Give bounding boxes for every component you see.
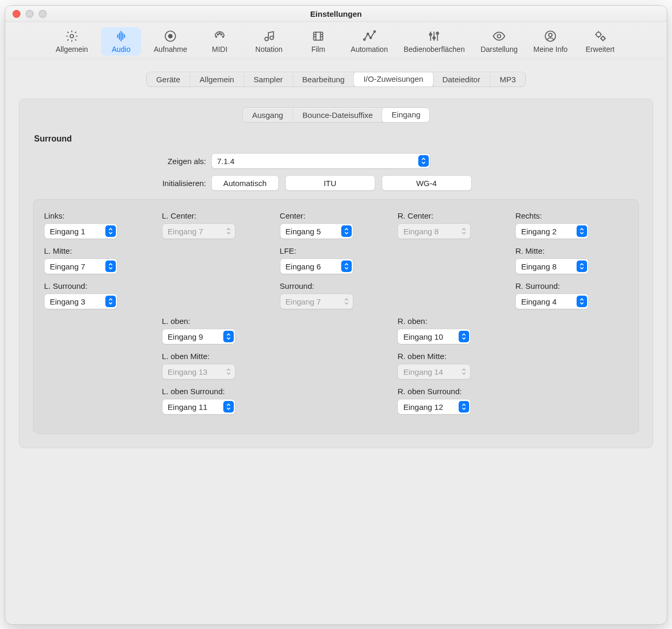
channel-select[interactable]: Eingang 7 [44,258,117,274]
tab-io-zuweisungen[interactable]: I/O-Zuweisungen [354,72,433,87]
preferences-window: Einstellungen Allgemein Audio Aufnahme M… [5,5,667,625]
channel-value: Eingang 7 [50,262,85,271]
channel-select[interactable]: Eingang 12 [397,399,471,415]
channel-cell: L. oben Surround:Eingang 11 [162,387,275,415]
channel-select[interactable]: Eingang 11 [162,399,235,415]
tab-ausgang[interactable]: Ausgang [243,108,293,122]
channel-cell: R. Mitte:Eingang 8 [515,246,628,274]
toolbar-item-aufnahme[interactable]: Aufnahme [150,27,190,56]
svg-point-14 [374,31,375,32]
channel-cell: R. oben Surround:Eingang 12 [397,387,510,415]
chevron-up-down-icon [341,261,352,272]
toolbar-item-midi[interactable]: MIDI [200,27,240,56]
tab-dateieditor[interactable]: Dateieditor [433,72,491,86]
channel-select[interactable]: Eingang 4 [515,294,589,309]
toolbar-item-film[interactable]: Film [298,27,338,56]
channel-label: R. oben Surround: [397,387,510,396]
tab-eingang[interactable]: Eingang [382,107,430,123]
show-as-row: Zeigen als: 7.1.4 [33,153,639,169]
channel-cell: L. oben Mitte:Eingang 13 [162,352,275,379]
init-button-auto[interactable]: Automatisch [211,175,279,191]
svg-point-8 [265,37,269,41]
toolbar-item-audio[interactable]: Audio [101,27,141,56]
channel-value: Eingang 8 [403,227,439,236]
channel-label: R. Surround: [515,281,628,290]
chevron-up-down-icon [223,225,234,237]
toolbar-label: Meine Info [534,45,568,53]
channel-select[interactable]: Eingang 1 [44,223,117,239]
chevron-up-down-icon [459,225,469,237]
tab-bounce[interactable]: Bounce-Dateisuffixe [293,108,383,122]
channel-cell: LFE:Eingang 6 [280,246,393,274]
init-button-wg4[interactable]: WG-4 [382,175,472,191]
svg-point-7 [219,33,220,34]
init-row: Initialisieren: Automatisch ITU WG-4 [33,175,639,191]
channel-value: Eingang 7 [168,227,203,236]
tab-bearbeitung[interactable]: Bearbeitung [293,72,355,86]
toolbar-label: Audio [112,45,131,53]
toolbar-item-notation[interactable]: Notation [249,27,289,56]
show-as-select[interactable]: 7.1.4 [211,153,430,169]
tab-allgemein[interactable]: Allgemein [190,72,244,86]
chevron-up-down-icon [105,261,116,272]
channel-value: Eingang 6 [286,262,321,271]
svg-point-20 [549,34,552,37]
toolbar-item-automation[interactable]: Automation [348,27,391,56]
channel-cell: L. Center:Eingang 7 [162,211,275,239]
channel-select: Eingang 8 [397,223,471,239]
toolbar-label: Bedienoberflächen [404,45,465,53]
tab-mp3[interactable]: MP3 [490,72,525,86]
toolbar-label: Erweitert [586,45,614,53]
channel-value: Eingang 4 [521,297,557,306]
toolbar-item-meineinfo[interactable]: Meine Info [530,27,571,56]
chevron-up-down-icon [341,296,352,307]
channel-select[interactable]: Eingang 6 [280,258,353,274]
init-button-itu[interactable]: ITU [285,175,375,191]
toolbar-label: Film [311,45,325,53]
channel-value: Eingang 1 [50,227,85,236]
audio-subtabs: Geräte Allgemein Sampler Bearbeitung I/O… [146,72,526,87]
init-label: Initialisieren: [33,179,206,188]
titlebar: Einstellungen [5,6,667,22]
channel-value: Eingang 3 [50,297,85,306]
toolbar-item-allgemein[interactable]: Allgemein [52,27,92,56]
channel-grid-panel: Links:Eingang 1L. Center:Eingang 7Center… [33,199,639,434]
tab-sampler[interactable]: Sampler [244,72,293,86]
channel-select[interactable]: Eingang 5 [280,223,353,239]
toolbar-label: Notation [255,45,283,53]
gear-icon [65,29,79,43]
chevron-up-down-icon [223,331,234,342]
channel-grid: Links:Eingang 1L. Center:Eingang 7Center… [44,211,628,422]
automation-icon [363,29,376,43]
channel-select[interactable]: Eingang 8 [515,258,589,274]
chevron-up-down-icon [459,331,469,342]
toolbar-item-erweitert[interactable]: Erweitert [580,27,620,56]
toolbar-item-bedien[interactable]: Bedienoberflächen [400,27,468,56]
channel-select[interactable]: Eingang 2 [515,223,589,239]
tab-geraete[interactable]: Geräte [147,72,190,86]
svg-point-4 [218,34,219,35]
channel-value: Eingang 13 [168,367,208,376]
body: Geräte Allgemein Sampler Bearbeitung I/O… [5,59,667,624]
channel-value: Eingang 9 [168,332,203,341]
film-icon [311,29,325,43]
toolbar-label: Automation [351,45,388,53]
channel-value: Eingang 14 [403,367,443,376]
audio-wave-icon [114,29,128,43]
svg-point-3 [216,36,217,37]
chevron-up-down-icon [105,296,116,307]
channel-cell: L. Mitte:Eingang 7 [44,246,157,274]
svg-point-5 [221,34,222,35]
svg-rect-10 [313,32,322,40]
channel-select[interactable]: Eingang 3 [44,294,117,309]
toolbar-label: MIDI [212,45,227,53]
toolbar-item-darstellung[interactable]: Darstellung [478,27,521,56]
show-as-label: Zeigen als: [33,157,206,166]
chevron-up-down-icon [223,401,234,413]
channel-select[interactable]: Eingang 9 [162,329,235,344]
channel-select[interactable]: Eingang 10 [397,329,471,344]
channel-value: Eingang 11 [168,403,208,411]
channel-cell: Surround:Eingang 7 [280,281,393,309]
channel-label: R. oben: [397,317,510,326]
channel-select: Eingang 13 [162,364,235,379]
